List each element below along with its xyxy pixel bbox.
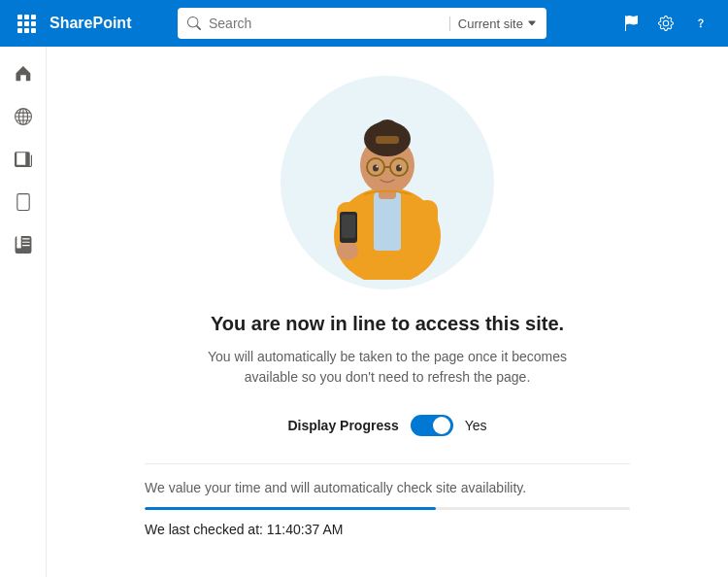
- waffle-menu-button[interactable]: [12, 9, 42, 39]
- app-layout: You are now in line to access this site.…: [0, 47, 728, 577]
- app-brand: SharePoint: [50, 15, 131, 32]
- display-progress-row: Display Progress Yes: [287, 415, 486, 436]
- sidebar-item-news[interactable]: [4, 140, 43, 179]
- display-progress-toggle[interactable]: [411, 415, 453, 436]
- progress-bar-fill: [145, 507, 436, 510]
- search-scope[interactable]: Current site: [449, 17, 537, 31]
- svg-point-12: [373, 165, 379, 172]
- svg-rect-6: [376, 136, 399, 144]
- status-section: We value your time and will automaticall…: [145, 463, 630, 537]
- svg-point-17: [337, 241, 358, 260]
- page-title: You are now in line to access this site.: [211, 313, 564, 335]
- progress-bar: [145, 507, 630, 510]
- svg-rect-19: [342, 215, 355, 238]
- sidebar-item-lists[interactable]: [4, 225, 43, 264]
- sidebar: [0, 47, 47, 577]
- flag-button[interactable]: [615, 8, 646, 39]
- toggle-yes-label: Yes: [465, 418, 487, 433]
- svg-rect-1: [374, 192, 401, 251]
- main-content: You are now in line to access this site.…: [47, 47, 728, 577]
- page-subtitle: You will automatically be taken to the p…: [183, 347, 591, 388]
- chevron-down-icon: [527, 18, 537, 28]
- svg-rect-20: [416, 200, 438, 244]
- svg-point-14: [377, 166, 379, 168]
- nav-action-icons: [615, 8, 716, 39]
- search-bar[interactable]: Current site: [178, 8, 546, 39]
- last-checked-text: We last checked at: 11:40:37 AM: [145, 522, 630, 537]
- search-input[interactable]: [209, 16, 442, 31]
- top-navigation: SharePoint Current site: [0, 0, 728, 47]
- svg-point-13: [396, 165, 402, 172]
- sidebar-item-pages[interactable]: [4, 183, 43, 221]
- illustration: [281, 76, 494, 289]
- search-scope-label: Current site: [458, 17, 523, 31]
- display-progress-label: Display Progress: [287, 418, 398, 433]
- status-availability-text: We value your time and will automaticall…: [145, 464, 630, 507]
- search-icon: [187, 17, 201, 30]
- svg-point-15: [400, 166, 402, 168]
- help-button[interactable]: [685, 8, 716, 39]
- sidebar-item-sites[interactable]: [4, 97, 43, 136]
- settings-button[interactable]: [650, 8, 681, 39]
- sidebar-item-home[interactable]: [4, 54, 43, 93]
